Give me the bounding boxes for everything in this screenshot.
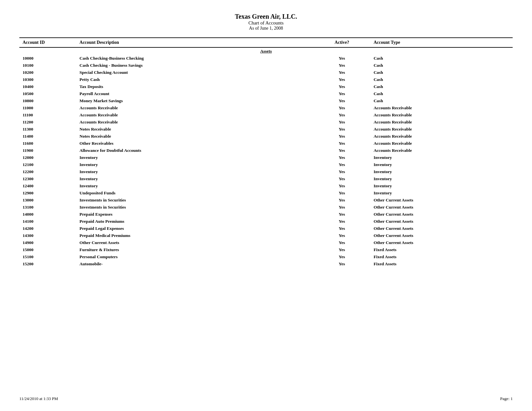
- cell-id: 12300: [19, 175, 76, 182]
- cell-active: Yes: [313, 190, 370, 197]
- cell-type: Accounts Receivable: [370, 104, 513, 112]
- cell-active: Yes: [313, 175, 370, 182]
- cell-id: 10200: [19, 69, 76, 76]
- cell-desc: Accounts Receivable: [76, 104, 314, 112]
- cell-type: Other Current Assets: [370, 218, 513, 225]
- cell-id: 12900: [19, 190, 76, 197]
- cell-desc: Accounts Receivable: [76, 119, 314, 126]
- cell-active: Yes: [313, 126, 370, 133]
- cell-active: Yes: [313, 161, 370, 168]
- cell-desc: Inventory: [76, 175, 314, 182]
- table-row: 15000Furniture & FixturesYesFixed Assets: [19, 246, 513, 253]
- cell-desc: Cash Checking - Business Savings: [76, 62, 314, 69]
- col-header-active: Active?: [313, 38, 370, 47]
- report-header: Texas Green Air, LLC. Chart of Accounts …: [19, 13, 513, 31]
- section-label: Assets: [19, 47, 513, 55]
- cell-type: Cash: [370, 62, 513, 69]
- table-row: 11400Notes ReceivableYesAccounts Receiva…: [19, 133, 513, 140]
- cell-type: Other Current Assets: [370, 204, 513, 211]
- cell-id: 10300: [19, 76, 76, 83]
- table-row: 10800Money Market SavingsYesCash: [19, 97, 513, 104]
- cell-active: Yes: [313, 154, 370, 161]
- report-title: Chart of Accounts: [19, 20, 513, 26]
- cell-type: Other Current Assets: [370, 225, 513, 232]
- table-row: 14900Other Current AssetsYesOther Curren…: [19, 239, 513, 246]
- cell-desc: Prepaid Legal Expenses: [76, 225, 314, 232]
- cell-type: Other Current Assets: [370, 239, 513, 246]
- table-row: 11900Allowance for Doubtful AccountsYesA…: [19, 147, 513, 154]
- cell-desc: Inventory: [76, 182, 314, 190]
- cell-type: Other Current Assets: [370, 197, 513, 204]
- cell-id: 11000: [19, 104, 76, 112]
- cell-id: 11300: [19, 126, 76, 133]
- company-name: Texas Green Air, LLC.: [19, 13, 513, 20]
- cell-desc: Special Checking Account: [76, 69, 314, 76]
- cell-active: Yes: [313, 133, 370, 140]
- table-row: 12100InventoryYesInventory: [19, 161, 513, 168]
- cell-type: Accounts Receivable: [370, 126, 513, 133]
- cell-id: 11600: [19, 140, 76, 147]
- cell-desc: Cash Checking-Business Checking: [76, 55, 314, 62]
- footer-timestamp: 11/24/2010 at 1:33 PM: [19, 396, 58, 401]
- cell-desc: Other Current Assets: [76, 239, 314, 246]
- table-row: 13100Investments in SecuritiesYesOther C…: [19, 204, 513, 211]
- cell-desc: Inventory: [76, 154, 314, 161]
- table-row: 14000Prepaid ExpensesYesOther Current As…: [19, 211, 513, 218]
- cell-id: 12100: [19, 161, 76, 168]
- table-row: 12300InventoryYesInventory: [19, 175, 513, 182]
- cell-active: Yes: [313, 197, 370, 204]
- cell-active: Yes: [313, 76, 370, 83]
- table-row: 15100Personal ComputersYesFixed Assets: [19, 253, 513, 260]
- cell-desc: Prepaid Medical Premiums: [76, 232, 314, 239]
- footer-page: Page: 1: [500, 396, 513, 401]
- table-row: 10500Payroll AccountYesCash: [19, 90, 513, 97]
- cell-type: Fixed Assets: [370, 253, 513, 260]
- cell-id: 10000: [19, 55, 76, 62]
- cell-active: Yes: [313, 260, 370, 268]
- cell-type: Cash: [370, 55, 513, 62]
- cell-type: Inventory: [370, 190, 513, 197]
- table-row: 12000InventoryYesInventory: [19, 154, 513, 161]
- cell-id: 14300: [19, 232, 76, 239]
- cell-active: Yes: [313, 147, 370, 154]
- cell-desc: Notes Receivable: [76, 126, 314, 133]
- cell-type: Inventory: [370, 161, 513, 168]
- table-header-row: Account ID Account Description Active? A…: [19, 38, 513, 47]
- cell-type: Other Current Assets: [370, 232, 513, 239]
- cell-desc: Automobile-: [76, 260, 314, 268]
- cell-desc: Tax Deposits: [76, 83, 314, 90]
- table-row: 14300Prepaid Medical PremiumsYesOther Cu…: [19, 232, 513, 239]
- cell-id: 15100: [19, 253, 76, 260]
- cell-id: 10800: [19, 97, 76, 104]
- table-row: 10200Special Checking AccountYesCash: [19, 69, 513, 76]
- cell-type: Inventory: [370, 175, 513, 182]
- section-header-assets: Assets: [19, 47, 513, 55]
- cell-id: 13100: [19, 204, 76, 211]
- cell-active: Yes: [313, 211, 370, 218]
- table-row: 14200Prepaid Legal ExpensesYesOther Curr…: [19, 225, 513, 232]
- cell-type: Cash: [370, 69, 513, 76]
- cell-id: 13000: [19, 197, 76, 204]
- accounts-table: Account ID Account Description Active? A…: [19, 37, 513, 268]
- cell-desc: Prepaid Auto Premiums: [76, 218, 314, 225]
- cell-type: Cash: [370, 83, 513, 90]
- cell-id: 12000: [19, 154, 76, 161]
- cell-type: Fixed Assets: [370, 260, 513, 268]
- cell-desc: Allowance for Doubtful Accounts: [76, 147, 314, 154]
- cell-id: 10500: [19, 90, 76, 97]
- cell-active: Yes: [313, 104, 370, 112]
- cell-id: 11100: [19, 112, 76, 119]
- cell-id: 14900: [19, 239, 76, 246]
- cell-type: Cash: [370, 97, 513, 104]
- cell-desc: Notes Receivable: [76, 133, 314, 140]
- col-header-type: Account Type: [370, 38, 513, 47]
- cell-id: 14000: [19, 211, 76, 218]
- cell-desc: Money Market Savings: [76, 97, 314, 104]
- cell-id: 14200: [19, 225, 76, 232]
- cell-id: 12400: [19, 182, 76, 190]
- cell-type: Inventory: [370, 182, 513, 190]
- table-row: 11600Other ReceivablesYesAccounts Receiv…: [19, 140, 513, 147]
- cell-id: 15000: [19, 246, 76, 253]
- table-row: 11300Notes ReceivableYesAccounts Receiva…: [19, 126, 513, 133]
- cell-type: Accounts Receivable: [370, 133, 513, 140]
